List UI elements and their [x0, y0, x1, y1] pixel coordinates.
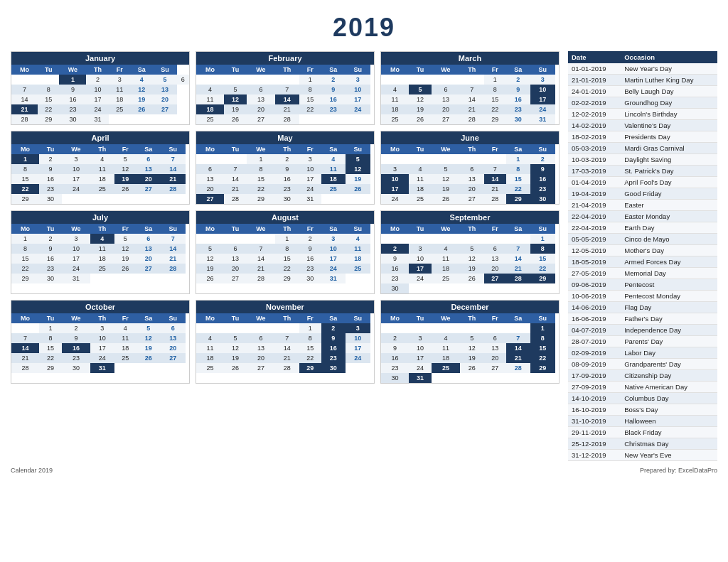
- cal-day: 19: [432, 184, 460, 194]
- cal-day: 23: [381, 363, 409, 373]
- day-header-fr: Fr: [299, 313, 321, 323]
- occasion-date: 16-10-2019: [568, 404, 621, 416]
- cal-day: 15: [299, 343, 321, 353]
- occasion-name: Pentecost: [621, 279, 717, 291]
- occasion-date: 31-10-2019: [568, 416, 621, 427]
- occasion-date: 27-05-2019: [568, 268, 621, 279]
- day-header-sa: Sa: [506, 313, 530, 323]
- day-header-we: We: [62, 313, 90, 323]
- occasion-date: 12-02-2019: [568, 109, 621, 120]
- cal-day: 26: [409, 114, 432, 124]
- cal-day: 13: [224, 254, 247, 264]
- day-header-tu: Tu: [224, 65, 247, 75]
- day-header-tu: Tu: [39, 224, 62, 234]
- cal-day: 16: [39, 174, 62, 184]
- cal-day: 18: [109, 94, 130, 104]
- cal-day: 3: [346, 75, 370, 85]
- cal-day: 7: [11, 333, 39, 343]
- cal-day: 5: [114, 234, 136, 244]
- cal-day: 10: [62, 244, 90, 254]
- cal-day: [247, 75, 275, 85]
- cal-day: 24: [409, 274, 432, 283]
- cal-day: 18: [409, 184, 432, 194]
- month-title-may: May: [196, 131, 374, 144]
- cal-day: 16: [299, 254, 321, 264]
- day-header-sa: Sa: [506, 144, 530, 154]
- cal-day: 1: [530, 234, 555, 244]
- day-header-we: We: [247, 313, 275, 323]
- cal-day: 19: [346, 174, 370, 184]
- cal-day: 21: [275, 353, 299, 363]
- cal-day: 5: [460, 244, 484, 254]
- day-header-su: Su: [346, 313, 370, 323]
- occasion-row: 28-07-2019Parents' Day: [568, 336, 717, 347]
- cal-day: [136, 194, 161, 204]
- cal-day: [484, 323, 506, 333]
- cal-day: 9: [275, 164, 299, 174]
- cal-day: 11: [381, 94, 409, 104]
- occasion-name: Parents' Day: [621, 336, 717, 347]
- cal-day: 1: [299, 75, 321, 85]
- occasion-date: 21-01-2019: [568, 75, 621, 86]
- cal-day: 1: [11, 154, 39, 164]
- cal-day: 22: [11, 184, 39, 194]
- occasion-row: 25-12-2019Christmas Day: [568, 438, 717, 450]
- cal-day: 30: [381, 373, 409, 383]
- occasion-name: Cinco de Mayo: [621, 234, 717, 245]
- cal-day: 3: [409, 333, 432, 343]
- cal-day: 28: [506, 363, 530, 373]
- cal-day: 28: [506, 274, 530, 283]
- cal-day: 14: [224, 174, 247, 184]
- cal-day: 25: [109, 104, 130, 114]
- occasion-row: 02-02-2019Groundhog Day: [568, 97, 717, 109]
- month-april: AprilMoTuWeThFrSaSu123456789101112131415…: [11, 131, 190, 205]
- occasion-row: 09-06-2019Pentecost: [568, 279, 717, 291]
- day-header-th: Th: [275, 144, 299, 154]
- month-november: NovemberMoTuWeThFrSaSu123456789101112131…: [196, 300, 375, 384]
- occasion-date: 17-09-2019: [568, 370, 621, 382]
- occasion-name: Father's Day: [621, 313, 717, 325]
- cal-day: 26: [460, 274, 484, 283]
- cal-day: 18: [196, 353, 224, 363]
- cal-day: [130, 114, 153, 124]
- cal-day: 11: [90, 164, 114, 174]
- cal-day: 10: [409, 254, 432, 264]
- cal-day: 1: [39, 323, 62, 333]
- cal-day: [370, 353, 374, 363]
- cal-day: 16: [62, 343, 90, 353]
- cal-day: 7: [11, 85, 38, 94]
- cal-day: 22: [530, 353, 555, 363]
- month-title-september: September: [381, 211, 559, 224]
- cal-day: 16: [506, 94, 530, 104]
- occasion-date: 02-09-2019: [568, 347, 621, 359]
- month-table-july: MoTuWeThFrSaSu12345678910111213141516171…: [11, 224, 189, 283]
- occasion-name: Belly Laugh Day: [621, 86, 717, 97]
- cal-day: 13: [484, 343, 506, 353]
- cal-day: 11: [409, 174, 432, 184]
- occasion-name: Christmas Day: [621, 438, 717, 450]
- cal-day: 11: [196, 94, 224, 104]
- cal-day: [484, 154, 506, 164]
- day-header-sa: Sa: [321, 65, 346, 75]
- month-august: AugustMoTuWeThFrSaSu12345678910111213141…: [196, 210, 375, 294]
- cal-day: 25: [409, 194, 432, 204]
- cal-day: 27: [224, 274, 247, 283]
- occasion-date: 19-04-2019: [568, 188, 621, 200]
- cal-day: [409, 283, 432, 293]
- cal-day: [370, 194, 374, 204]
- cal-day: 7: [506, 244, 530, 254]
- cal-day: 23: [321, 353, 346, 363]
- cal-day: 17: [62, 254, 90, 264]
- cal-day: 19: [460, 353, 484, 363]
- occasion-date: 22-04-2019: [568, 222, 621, 234]
- day-header-su: Su: [346, 224, 370, 234]
- cal-day: 25: [90, 184, 114, 194]
- occasion-row: 24-01-2019Belly Laugh Day: [568, 86, 717, 97]
- cal-day: 17: [381, 184, 409, 194]
- cal-day: 27: [161, 353, 186, 363]
- month-table-april: MoTuWeThFrSaSu12345678910111213141516171…: [11, 144, 189, 204]
- cal-day: 28: [161, 184, 186, 194]
- cal-day: 29: [38, 114, 59, 124]
- occasion-date: 10-06-2019: [568, 291, 621, 302]
- cal-day: 21: [161, 174, 186, 184]
